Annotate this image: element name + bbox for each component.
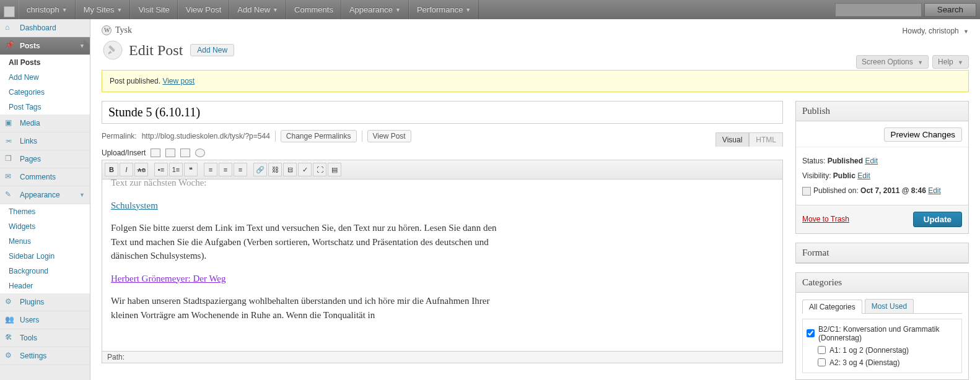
menu-pages[interactable]: ❐Pages	[0, 150, 90, 168]
align-center-button[interactable]: ≡	[219, 163, 232, 176]
submenu-themes[interactable]: Themes	[0, 204, 90, 219]
search-input[interactable]	[835, 3, 922, 17]
edit-date-link[interactable]: Edit	[928, 186, 941, 195]
plugin-icon: ⚙	[5, 297, 15, 307]
editor-content[interactable]: Text zur nächsten Woche: Schulsystem Fol…	[102, 179, 783, 352]
category-checkbox[interactable]	[818, 358, 826, 366]
editor-tab-html[interactable]: HTML	[749, 132, 783, 147]
submenu-widgets[interactable]: Widgets	[0, 219, 90, 234]
chevron-down-icon: ▼	[958, 59, 963, 66]
category-item[interactable]: A2: 3 og 4 (Dienstag)	[807, 356, 958, 369]
submenu-add-new[interactable]: Add New	[0, 70, 90, 85]
menu-tools[interactable]: 🛠Tools	[0, 329, 90, 347]
editor-path: Path:	[102, 352, 783, 363]
submenu-background[interactable]: Background	[0, 264, 90, 279]
adminbar-appearance[interactable]: Appearance▼	[341, 0, 409, 19]
submenu-header[interactable]: Header	[0, 279, 90, 293]
menu-plugins[interactable]: ⚙Plugins	[0, 293, 90, 311]
strike-button[interactable]: ᴀʙ	[134, 163, 148, 176]
kitchen-sink-button[interactable]: ▤	[328, 163, 341, 176]
screen-options-tab[interactable]: Screen Options ▼	[856, 55, 929, 69]
unlink-button[interactable]: ⛓	[268, 163, 282, 176]
categories-box-header[interactable]: Categories	[796, 273, 968, 293]
adminbar-view-post[interactable]: View Post	[178, 0, 230, 19]
adminbar-add-new[interactable]: Add New▼	[229, 0, 286, 19]
publish-box-header[interactable]: Publish	[796, 101, 968, 121]
category-item[interactable]: B2/C1: Konversation und Grammatik (Donne…	[807, 323, 958, 344]
add-image-icon[interactable]	[151, 149, 160, 157]
menu-media[interactable]: ▣Media	[0, 114, 90, 132]
editor-link-schulsystem[interactable]: Schulsystem	[111, 201, 158, 210]
format-box: Format	[795, 243, 969, 264]
link-button[interactable]: 🔗	[253, 163, 267, 176]
chevron-down-icon: ▼	[79, 43, 85, 49]
link-icon: ⫘	[5, 136, 15, 146]
avatar[interactable]	[4, 6, 15, 17]
add-new-button[interactable]: Add New	[190, 44, 234, 56]
menu-appearance[interactable]: ✎Appearance▼	[0, 186, 90, 204]
submenu-menus[interactable]: Menus	[0, 234, 90, 249]
change-permalinks-button[interactable]: Change Permalinks	[281, 130, 357, 142]
site-name[interactable]: Tysk	[115, 25, 132, 35]
howdy-text[interactable]: Howdy, christoph ▼	[903, 27, 969, 35]
fullscreen-button[interactable]: ⛶	[313, 163, 326, 176]
view-post-link[interactable]: View post	[162, 77, 195, 85]
category-item[interactable]: A1: 1 og 2 (Donnerstag)	[807, 344, 958, 356]
submenu-sidebar-login[interactable]: Sidebar Login	[0, 249, 90, 264]
tools-icon: 🛠	[5, 333, 15, 343]
quote-button[interactable]: ❝	[184, 163, 198, 176]
gear-icon: ⚙	[5, 351, 15, 361]
format-box-header[interactable]: Format	[796, 243, 968, 263]
categories-tab-most-used[interactable]: Most Used	[865, 299, 914, 313]
ol-button[interactable]: 1≡	[169, 163, 183, 176]
edit-status-link[interactable]: Edit	[865, 157, 878, 165]
permalink-url: http://blog.studieskolen.dk/tysk/?p=544	[142, 132, 270, 140]
categories-tab-all[interactable]: All Categories	[802, 300, 862, 314]
add-audio-icon[interactable]	[180, 149, 190, 157]
wp-icon	[102, 25, 112, 35]
editor-link-groenemeyer[interactable]: Herbert Grönemeyer: Der Weg	[111, 274, 226, 283]
update-button[interactable]: Update	[913, 212, 962, 227]
menu-appearance-submenu: Themes Widgets Menus Sidebar Login Backg…	[0, 204, 90, 293]
help-tab[interactable]: Help ▼	[932, 55, 969, 69]
edit-visibility-link[interactable]: Edit	[857, 171, 870, 180]
ul-button[interactable]: •≡	[154, 163, 168, 176]
post-title-input[interactable]	[102, 101, 783, 124]
home-icon: ⌂	[5, 23, 15, 33]
chevron-down-icon: ▼	[62, 7, 68, 13]
menu-comments[interactable]: ✉Comments	[0, 168, 90, 186]
menu-dashboard[interactable]: ⌂Dashboard	[0, 19, 90, 37]
align-left-button[interactable]: ≡	[204, 163, 217, 176]
page-icon: ❐	[5, 154, 15, 164]
upload-insert-row: Upload/Insert	[102, 149, 783, 157]
submenu-categories[interactable]: Categories	[0, 85, 90, 100]
search-button[interactable]: Search	[924, 3, 976, 17]
submenu-all-posts[interactable]: All Posts	[0, 55, 90, 70]
preview-changes-button[interactable]: Preview Changes	[884, 127, 962, 142]
admin-sidebar: ⌂Dashboard 📌Posts▼ All Posts Add New Cat…	[0, 19, 90, 380]
italic-button[interactable]: I	[120, 163, 133, 176]
chevron-down-icon: ▼	[465, 7, 471, 13]
menu-users[interactable]: 👥Users	[0, 311, 90, 329]
add-video-icon[interactable]	[165, 149, 175, 157]
submenu-post-tags[interactable]: Post Tags	[0, 100, 90, 114]
menu-settings[interactable]: ⚙Settings	[0, 347, 90, 365]
move-to-trash-link[interactable]: Move to Trash	[802, 215, 849, 223]
category-checkbox[interactable]	[807, 329, 815, 337]
spellcheck-button[interactable]: ✓	[298, 163, 312, 176]
adminbar-visit-site[interactable]: Visit Site	[130, 0, 177, 19]
category-checkbox[interactable]	[818, 346, 826, 354]
add-media-icon[interactable]	[195, 149, 205, 157]
menu-posts[interactable]: 📌Posts▼	[0, 37, 90, 55]
bold-button[interactable]: B	[105, 163, 118, 176]
adminbar-performance[interactable]: Performance▼	[409, 0, 479, 19]
more-button[interactable]: ⊟	[283, 163, 297, 176]
pin-icon	[102, 39, 124, 61]
adminbar-comments[interactable]: Comments	[286, 0, 341, 19]
adminbar-user[interactable]: christoph▼	[19, 0, 76, 19]
view-post-button[interactable]: View Post	[367, 130, 411, 142]
editor-tab-visual[interactable]: Visual	[715, 132, 749, 147]
align-right-button[interactable]: ≡	[234, 163, 247, 176]
menu-links[interactable]: ⫘Links	[0, 132, 90, 150]
adminbar-my-sites[interactable]: My Sites▼	[76, 0, 131, 19]
